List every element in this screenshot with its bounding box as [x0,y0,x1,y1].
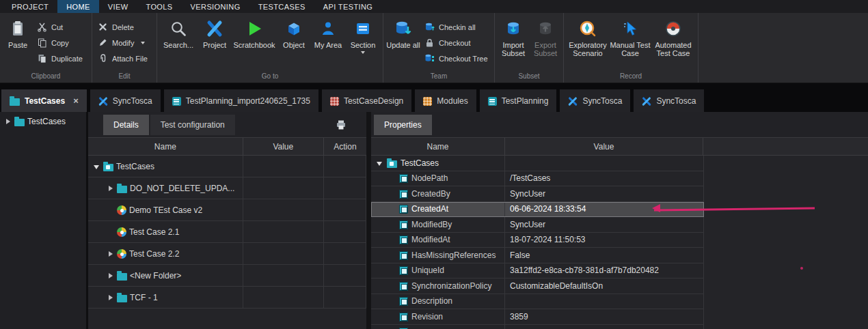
document-tab[interactable]: SyncTosca [90,89,161,112]
attach-file-button[interactable]: Attach File [94,52,154,65]
copy-button[interactable]: Copy [33,36,90,49]
document-tab[interactable]: TestPlanning [480,89,557,112]
property-icon [399,235,408,244]
property-row[interactable]: CreatedAt 06-06-2024 18:33:54 [371,202,704,218]
tree-row[interactable]: Demo TEst Case v2 [88,199,366,221]
update-all-button[interactable]: Update all [385,16,421,49]
group-label-record: Record [566,72,696,83]
property-row[interactable]: ModifiedAt 18-07-2024 11:50:53 [371,233,704,248]
menu-item[interactable]: TESTCASES [249,0,314,13]
property-row[interactable]: CreatedBy SyncUser [371,186,704,202]
goto-section-button[interactable]: Section [345,16,381,56]
document-tab[interactable]: TestPlanning_import240625_1735 [164,89,318,112]
menu-item[interactable]: TOOLS [137,0,181,13]
checkout-tree-button[interactable]: Checkout Tree [421,52,492,65]
close-icon[interactable] [73,96,79,105]
print-icon[interactable] [336,119,347,130]
tree-row[interactable]: Test Case 2.1 [88,221,366,243]
tab-icon [172,97,181,106]
exploratory-scenario-button[interactable]: Exploratory Scenario [566,16,610,57]
property-row[interactable]: SynchronizationPolicy CustomizableDefaul… [371,278,704,294]
document-tab[interactable]: SyncTosca [560,89,630,112]
tab-details[interactable]: Details [103,115,149,135]
document-tab[interactable]: TestCaseDesign [322,89,411,112]
expander-icon[interactable] [107,272,114,279]
tree-row[interactable]: Test Case 2.2 [88,243,366,265]
document-tab[interactable]: Modules [415,89,476,112]
database-update-icon [394,18,412,39]
tree-node-label: <New Folder> [130,271,181,281]
group-label-edit: Edit [94,72,154,83]
property-row[interactable]: Revision 3859 [371,309,704,325]
tree-row[interactable]: DO_NOT_DELETE_UPDA... [88,177,366,199]
tree-node-label: Test Case 2.2 [129,249,179,259]
tab-label: Modules [437,96,467,106]
property-value [505,294,704,309]
property-row[interactable]: HasMissingReferences False [371,248,704,263]
tree-row[interactable]: <New Folder> [88,265,366,287]
tab-test-configuration[interactable]: Test configuration [150,115,235,135]
property-value: False [505,248,704,263]
cut-button[interactable]: Cut [33,20,90,33]
tree-node-label: DO_NOT_DELETE_UPDA... [130,184,234,193]
ribbon: Paste Cut Copy Duplicate [0,13,868,83]
menu-item[interactable]: PROJECT [3,0,57,13]
sidebar-item-testcases[interactable]: TestCases [0,114,86,129]
menu-item[interactable]: VERSIONING [182,0,249,13]
checkin-all-button[interactable]: Checkin all [421,20,492,33]
expander-icon[interactable] [377,159,383,167]
property-row[interactable]: ModifiedBy SyncUser [371,217,704,233]
property-row[interactable]: NodePath /TestCases [371,171,704,187]
expander-icon[interactable] [107,294,114,301]
expander-icon[interactable] [107,184,114,192]
tree-node-icon [117,273,127,281]
property-row[interactable]: UniqueId 3a12ffd2-e8ca-cb78-381d-af7b7db… [371,263,704,279]
tree-row-action [324,243,366,264]
scratchbook-button[interactable]: Scratchbook [232,16,277,49]
menu-item[interactable]: HOME [57,0,99,13]
expander-icon[interactable] [5,118,12,126]
menu-item[interactable]: VIEW [99,0,137,13]
tree-node-label: Test Case 2.1 [129,227,179,237]
property-value [505,325,704,329]
modify-button[interactable]: Modify [94,36,154,49]
property-icon [399,266,408,275]
checkout-button[interactable]: Checkout [421,36,492,49]
goto-project-button[interactable]: Project [198,16,232,49]
section-icon [354,18,372,39]
paste-button[interactable]: Paste [2,16,33,49]
tree-row-action [324,177,366,199]
expander-icon[interactable] [94,162,100,170]
document-tab[interactable]: TestCases [1,89,87,112]
tree-row[interactable]: TestCases [88,156,366,177]
duplicate-button[interactable]: Duplicate [33,52,90,65]
tree-row[interactable]: TCF - 1 [88,287,366,309]
property-row[interactable]: TestCases [371,156,704,171]
menu-item[interactable]: API TESTING [314,0,382,13]
tree-node-icon [117,205,126,215]
property-row[interactable] [371,325,704,329]
property-row[interactable]: Description [371,294,704,310]
record-sphere-icon [664,18,682,39]
tab-properties[interactable]: Properties [374,115,432,135]
details-panel: Details Test configuration Name Value Ac… [88,112,371,329]
ribbon-group-edit: Delete Modify Attach File Edit [92,13,157,83]
delete-button[interactable]: Delete [94,20,154,33]
property-value: 3a12ffd2-e8ca-cb78-381d-af7b7db20482 [505,263,704,278]
tree-row-value [243,221,324,242]
export-subset-button[interactable]: Export Subset [530,16,561,57]
column-header-name: Name [371,138,505,155]
import-subset-button[interactable]: Import Subset [497,16,530,57]
tree-row-action [324,287,366,308]
property-name: ModifiedAt [411,235,450,244]
my-area-button[interactable]: My Area [311,16,345,49]
property-value: /TestCases [505,171,704,186]
search-button[interactable]: Search... [159,16,198,49]
document-tab[interactable]: SyncTosca [634,89,704,112]
automated-test-case-button[interactable]: Automated Test Case [651,16,696,57]
manual-test-case-button[interactable]: Manual Test Case [610,16,651,57]
ribbon-group-team: Update all Checkin all Checkout Checkout… [383,13,495,83]
group-label-subset: Subset [497,72,561,83]
expander-icon[interactable] [107,250,114,257]
goto-object-button[interactable]: Object [277,16,311,49]
